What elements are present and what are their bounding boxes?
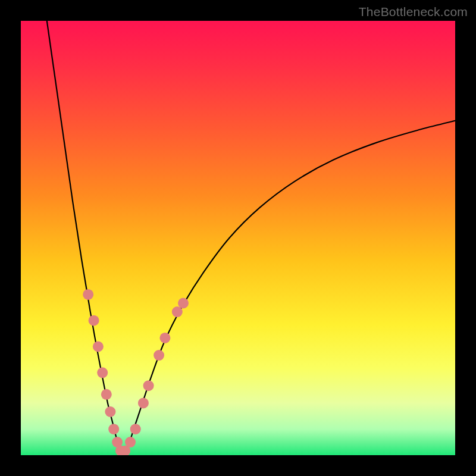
- bottleneck-curve: [47, 21, 455, 452]
- curve-marker: [138, 397, 149, 408]
- curve-layer: [21, 21, 455, 455]
- curve-markers: [83, 289, 189, 455]
- plot-area: [21, 21, 455, 455]
- curve-marker: [108, 424, 119, 434]
- curve-marker: [83, 289, 93, 300]
- curve-marker: [143, 380, 154, 391]
- curve-marker: [159, 333, 170, 343]
- curve-marker: [172, 306, 183, 317]
- curve-marker: [101, 389, 112, 400]
- curve-marker: [130, 424, 141, 434]
- watermark-label: TheBottleneck.com: [359, 5, 468, 19]
- curve-marker: [89, 315, 99, 326]
- curve-marker: [93, 342, 104, 352]
- curve-marker: [154, 350, 164, 361]
- curve-marker: [105, 406, 115, 417]
- curve-marker: [97, 367, 108, 378]
- curve-marker: [178, 298, 189, 309]
- chart-frame: TheBottleneck.com: [0, 0, 476, 476]
- curve-marker: [125, 437, 136, 447]
